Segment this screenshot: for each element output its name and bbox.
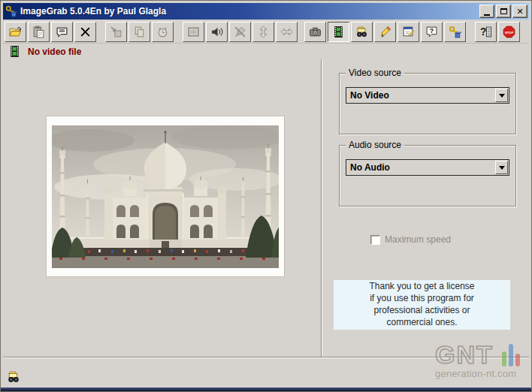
alarm-icon [156, 26, 169, 38]
annotate-button[interactable] [374, 22, 396, 42]
license-notice: Thank you to get a license if you use th… [334, 280, 510, 330]
window-bottom-edge [1, 387, 531, 391]
minimize-button[interactable] [479, 5, 494, 18]
license-button[interactable] [444, 22, 466, 42]
status-line: No video file [8, 45, 81, 58]
svg-text:?: ? [480, 26, 486, 38]
gnt-bar [509, 344, 513, 366]
app-icon [5, 5, 17, 17]
frame-display [46, 116, 285, 277]
help-icon: ? [425, 26, 438, 38]
minimize-icon [484, 14, 490, 16]
binoculars-glyph [7, 370, 20, 384]
comment-icon [56, 26, 68, 38]
close-button[interactable]: ✕ [512, 5, 527, 18]
maximum-speed-label: Maximum speed [385, 234, 451, 245]
audio-button[interactable] [206, 22, 228, 42]
video-source-value: No Video [346, 90, 495, 101]
title-bar[interactable]: ImageGrab 5.0.4En by Paul Glagla ✕ [3, 3, 529, 20]
gnt-bar [515, 354, 520, 366]
chevron-down-icon [499, 166, 505, 173]
maximize-button[interactable] [496, 5, 511, 18]
chevron-down-icon [499, 94, 505, 101]
help-button[interactable]: ? [421, 22, 443, 42]
maximum-speed-checkbox [370, 235, 380, 245]
display-button[interactable] [183, 22, 204, 42]
status-text: No video file [28, 47, 81, 57]
open-file-button[interactable] [5, 22, 26, 42]
gnt-logo: GNT [435, 343, 498, 367]
audio-source-group: Audio source No Audio [339, 145, 516, 207]
close-icon: ✕ [516, 8, 523, 16]
export-frame-button [105, 22, 127, 42]
maximize-icon [500, 8, 507, 14]
gnt-bar [502, 351, 506, 366]
folder-open-icon [9, 26, 22, 38]
arrows-vertical-icon [257, 26, 270, 38]
properties-icon [402, 26, 415, 38]
copy-button [128, 22, 150, 42]
delete-button[interactable] [74, 22, 96, 42]
toolbar-separator [467, 22, 475, 42]
camera-icon [309, 26, 322, 38]
key-cube-icon [449, 26, 461, 38]
stop-button[interactable]: STOP [498, 22, 520, 42]
window-title: ImageGrab 5.0.4En by Paul Glagla [20, 6, 478, 17]
filmstrip-icon [8, 45, 21, 58]
video-help-button[interactable]: ? [475, 22, 497, 42]
maximum-speed-row: Maximum speed [370, 234, 451, 245]
hand-pencil-icon [379, 26, 391, 38]
binoculars-icon [355, 26, 368, 38]
stop-icon: STOP [503, 26, 515, 38]
resize-vertical-button [252, 22, 274, 42]
video-source-select[interactable]: No Video [346, 87, 509, 104]
brush-off-icon [234, 26, 246, 38]
video-source-label: Video source [346, 68, 404, 78]
video-mode-button[interactable] [328, 22, 349, 42]
toolbar-separator [98, 22, 105, 42]
svg-text:GNT: GNT [435, 343, 494, 367]
display-icon [187, 26, 200, 38]
gnt-bars [502, 344, 520, 366]
toolbar-separator [299, 22, 304, 42]
video-source-dropdown-button[interactable] [495, 89, 508, 102]
speaker-icon [210, 26, 223, 38]
filmstrip-glyph [8, 45, 21, 58]
audio-source-value: No Audio [346, 162, 495, 173]
grab-frame-icon [110, 26, 122, 38]
audio-source-dropdown-button[interactable] [495, 161, 508, 174]
taj-mahal-photo [52, 125, 279, 268]
svg-text:?: ? [430, 27, 434, 35]
gnt-site-url: generation-nt.com [435, 368, 527, 379]
gnt-logo-row: GNT [435, 343, 527, 367]
paste-icon [32, 26, 45, 38]
filmstrip-icon [332, 26, 345, 38]
delete-icon [79, 26, 92, 38]
find-button[interactable] [351, 22, 373, 42]
video-source-group: Video source No Video [339, 73, 516, 134]
binoculars-icon [7, 370, 20, 384]
copy-icon [133, 26, 146, 38]
key-cube-glyph [5, 5, 17, 17]
audio-source-select[interactable]: No Audio [346, 159, 509, 176]
svg-text:STOP: STOP [505, 30, 514, 34]
gnt-watermark: GNT generation-nt.com [435, 343, 527, 379]
snapshot-button[interactable] [304, 22, 326, 42]
properties-button[interactable] [397, 22, 419, 42]
help-list-icon: ? [479, 26, 492, 38]
toolbar-separator [175, 22, 183, 42]
audio-source-label: Audio source [346, 140, 404, 150]
draw-off-button [229, 22, 251, 42]
imagegrab-window: { "window": { "title": "ImageGrab 5.0.4E… [0, 0, 532, 392]
toolbar: ??STOP [3, 20, 529, 44]
arrows-horizontal-icon [280, 26, 293, 38]
panel-divider [321, 59, 322, 357]
paste-button[interactable] [28, 22, 50, 42]
resize-horizontal-button [276, 22, 298, 42]
comment-button[interactable] [51, 22, 73, 42]
timer-button [152, 22, 174, 42]
